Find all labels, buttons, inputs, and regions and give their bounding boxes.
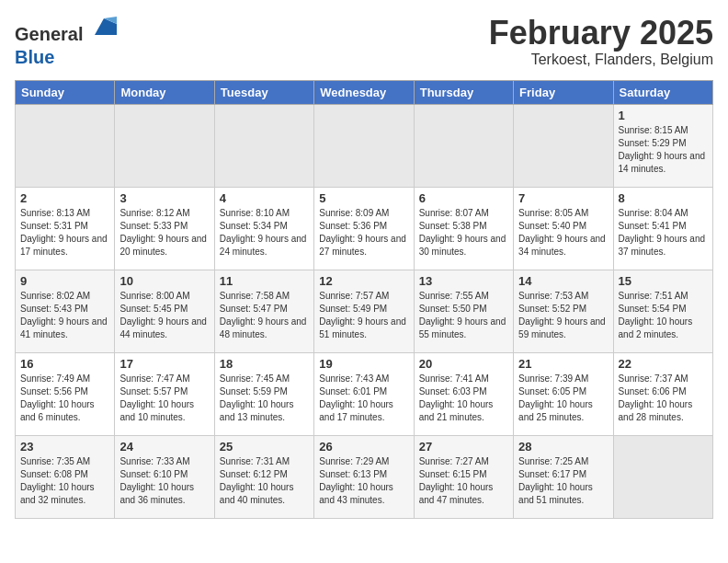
week-row-4: 16Sunrise: 7:49 AM Sunset: 5:56 PM Dayli… bbox=[16, 352, 713, 435]
calendar-cell: 16Sunrise: 7:49 AM Sunset: 5:56 PM Dayli… bbox=[16, 352, 115, 435]
day-info: Sunrise: 8:04 AM Sunset: 5:41 PM Dayligh… bbox=[619, 207, 708, 259]
header-thursday: Thursday bbox=[414, 80, 513, 104]
calendar-header: SundayMondayTuesdayWednesdayThursdayFrid… bbox=[16, 80, 713, 104]
calendar-cell: 17Sunrise: 7:47 AM Sunset: 5:57 PM Dayli… bbox=[115, 352, 214, 435]
day-number: 16 bbox=[20, 357, 109, 371]
day-number: 18 bbox=[220, 357, 309, 371]
day-number: 6 bbox=[419, 191, 508, 205]
day-info: Sunrise: 7:25 AM Sunset: 6:17 PM Dayligh… bbox=[518, 455, 608, 507]
calendar-cell: 2Sunrise: 8:13 AM Sunset: 5:31 PM Daylig… bbox=[16, 187, 115, 270]
calendar-cell: 25Sunrise: 7:31 AM Sunset: 6:12 PM Dayli… bbox=[214, 435, 313, 518]
calendar-cell: 11Sunrise: 7:58 AM Sunset: 5:47 PM Dayli… bbox=[214, 270, 313, 352]
calendar-body: 1Sunrise: 8:15 AM Sunset: 5:29 PM Daylig… bbox=[16, 104, 713, 518]
calendar-cell: 6Sunrise: 8:07 AM Sunset: 5:38 PM Daylig… bbox=[414, 187, 513, 270]
calendar-cell bbox=[115, 104, 214, 187]
day-number: 5 bbox=[319, 191, 408, 205]
calendar-title: February 2025 bbox=[489, 15, 713, 52]
calendar-cell: 10Sunrise: 8:00 AM Sunset: 5:45 PM Dayli… bbox=[115, 270, 214, 352]
day-number: 13 bbox=[419, 274, 508, 288]
day-info: Sunrise: 8:05 AM Sunset: 5:40 PM Dayligh… bbox=[518, 207, 608, 259]
calendar-cell: 21Sunrise: 7:39 AM Sunset: 6:05 PM Dayli… bbox=[514, 352, 613, 435]
day-info: Sunrise: 8:13 AM Sunset: 5:31 PM Dayligh… bbox=[20, 207, 109, 259]
day-info: Sunrise: 7:43 AM Sunset: 6:01 PM Dayligh… bbox=[319, 373, 408, 424]
calendar-cell: 22Sunrise: 7:37 AM Sunset: 6:06 PM Dayli… bbox=[613, 352, 712, 435]
header-monday: Monday bbox=[115, 80, 214, 104]
week-row-1: 1Sunrise: 8:15 AM Sunset: 5:29 PM Daylig… bbox=[16, 104, 713, 187]
day-info: Sunrise: 8:00 AM Sunset: 5:45 PM Dayligh… bbox=[119, 290, 209, 341]
calendar-cell: 20Sunrise: 7:41 AM Sunset: 6:03 PM Dayli… bbox=[414, 352, 513, 435]
week-row-5: 23Sunrise: 7:35 AM Sunset: 6:08 PM Dayli… bbox=[16, 435, 713, 518]
day-number: 4 bbox=[220, 191, 309, 205]
day-number: 20 bbox=[419, 357, 508, 371]
calendar-table: SundayMondayTuesdayWednesdayThursdayFrid… bbox=[15, 80, 713, 519]
calendar-cell bbox=[613, 435, 712, 518]
title-block: February 2025 Terkoest, Flanders, Belgiu… bbox=[489, 15, 713, 68]
day-number: 11 bbox=[220, 274, 309, 288]
calendar-subtitle: Terkoest, Flanders, Belgium bbox=[489, 52, 713, 68]
day-number: 21 bbox=[518, 357, 608, 371]
day-info: Sunrise: 7:57 AM Sunset: 5:49 PM Dayligh… bbox=[319, 290, 408, 341]
day-info: Sunrise: 8:02 AM Sunset: 5:43 PM Dayligh… bbox=[20, 290, 109, 341]
day-number: 7 bbox=[518, 191, 608, 205]
calendar-cell: 27Sunrise: 7:27 AM Sunset: 6:15 PM Dayli… bbox=[414, 435, 513, 518]
calendar-cell bbox=[16, 104, 115, 187]
calendar-cell: 12Sunrise: 7:57 AM Sunset: 5:49 PM Dayli… bbox=[314, 270, 414, 352]
day-number: 28 bbox=[518, 440, 608, 454]
day-info: Sunrise: 7:53 AM Sunset: 5:52 PM Dayligh… bbox=[518, 290, 608, 341]
day-number: 23 bbox=[20, 440, 109, 454]
page-header: General Blue February 2025 Terkoest, Fla… bbox=[15, 15, 713, 69]
day-info: Sunrise: 7:29 AM Sunset: 6:13 PM Dayligh… bbox=[319, 455, 408, 507]
week-row-2: 2Sunrise: 8:13 AM Sunset: 5:31 PM Daylig… bbox=[16, 187, 713, 270]
day-info: Sunrise: 7:35 AM Sunset: 6:08 PM Dayligh… bbox=[20, 455, 109, 507]
day-number: 26 bbox=[319, 440, 408, 454]
day-info: Sunrise: 7:37 AM Sunset: 6:06 PM Dayligh… bbox=[619, 373, 708, 424]
day-number: 3 bbox=[119, 191, 209, 205]
calendar-cell: 23Sunrise: 7:35 AM Sunset: 6:08 PM Dayli… bbox=[16, 435, 115, 518]
calendar-cell: 5Sunrise: 8:09 AM Sunset: 5:36 PM Daylig… bbox=[314, 187, 414, 270]
logo-blue-text: Blue bbox=[15, 47, 54, 67]
day-info: Sunrise: 8:15 AM Sunset: 5:29 PM Dayligh… bbox=[619, 124, 708, 176]
day-info: Sunrise: 7:27 AM Sunset: 6:15 PM Dayligh… bbox=[419, 455, 508, 507]
calendar-cell bbox=[314, 104, 414, 187]
day-info: Sunrise: 7:31 AM Sunset: 6:12 PM Dayligh… bbox=[220, 455, 309, 507]
calendar-cell: 4Sunrise: 8:10 AM Sunset: 5:34 PM Daylig… bbox=[214, 187, 313, 270]
calendar-cell: 8Sunrise: 8:04 AM Sunset: 5:41 PM Daylig… bbox=[613, 187, 712, 270]
header-tuesday: Tuesday bbox=[214, 80, 313, 104]
calendar-cell: 15Sunrise: 7:51 AM Sunset: 5:54 PM Dayli… bbox=[613, 270, 712, 352]
week-row-3: 9Sunrise: 8:02 AM Sunset: 5:43 PM Daylig… bbox=[16, 270, 713, 352]
day-number: 14 bbox=[518, 274, 608, 288]
calendar-cell: 13Sunrise: 7:55 AM Sunset: 5:50 PM Dayli… bbox=[414, 270, 513, 352]
calendar-cell: 18Sunrise: 7:45 AM Sunset: 5:59 PM Dayli… bbox=[214, 352, 313, 435]
day-number: 8 bbox=[619, 191, 708, 205]
day-number: 9 bbox=[20, 274, 109, 288]
calendar-cell: 1Sunrise: 8:15 AM Sunset: 5:29 PM Daylig… bbox=[613, 104, 712, 187]
calendar-cell bbox=[214, 104, 313, 187]
day-info: Sunrise: 8:12 AM Sunset: 5:33 PM Dayligh… bbox=[119, 207, 209, 259]
calendar-cell: 14Sunrise: 7:53 AM Sunset: 5:52 PM Dayli… bbox=[514, 270, 613, 352]
calendar-cell: 7Sunrise: 8:05 AM Sunset: 5:40 PM Daylig… bbox=[514, 187, 613, 270]
day-info: Sunrise: 7:55 AM Sunset: 5:50 PM Dayligh… bbox=[419, 290, 508, 341]
day-info: Sunrise: 7:39 AM Sunset: 6:05 PM Dayligh… bbox=[518, 373, 608, 424]
header-sunday: Sunday bbox=[16, 80, 115, 104]
logo: General Blue bbox=[15, 15, 117, 69]
day-info: Sunrise: 7:33 AM Sunset: 6:10 PM Dayligh… bbox=[119, 455, 209, 507]
day-number: 12 bbox=[319, 274, 408, 288]
day-info: Sunrise: 7:58 AM Sunset: 5:47 PM Dayligh… bbox=[220, 290, 309, 341]
logo-general-text: General bbox=[15, 24, 83, 44]
calendar-cell: 24Sunrise: 7:33 AM Sunset: 6:10 PM Dayli… bbox=[115, 435, 214, 518]
calendar-cell bbox=[414, 104, 513, 187]
header-row: SundayMondayTuesdayWednesdayThursdayFrid… bbox=[16, 80, 713, 104]
calendar-cell: 19Sunrise: 7:43 AM Sunset: 6:01 PM Dayli… bbox=[314, 352, 414, 435]
header-wednesday: Wednesday bbox=[314, 80, 414, 104]
header-saturday: Saturday bbox=[613, 80, 712, 104]
calendar-cell: 9Sunrise: 8:02 AM Sunset: 5:43 PM Daylig… bbox=[16, 270, 115, 352]
calendar-cell: 26Sunrise: 7:29 AM Sunset: 6:13 PM Dayli… bbox=[314, 435, 414, 518]
calendar-cell: 28Sunrise: 7:25 AM Sunset: 6:17 PM Dayli… bbox=[514, 435, 613, 518]
calendar-cell bbox=[514, 104, 613, 187]
day-info: Sunrise: 8:09 AM Sunset: 5:36 PM Dayligh… bbox=[319, 207, 408, 259]
day-info: Sunrise: 8:07 AM Sunset: 5:38 PM Dayligh… bbox=[419, 207, 508, 259]
day-number: 15 bbox=[619, 274, 708, 288]
day-info: Sunrise: 7:45 AM Sunset: 5:59 PM Dayligh… bbox=[220, 373, 309, 424]
day-number: 25 bbox=[220, 440, 309, 454]
day-info: Sunrise: 7:49 AM Sunset: 5:56 PM Dayligh… bbox=[20, 373, 109, 424]
